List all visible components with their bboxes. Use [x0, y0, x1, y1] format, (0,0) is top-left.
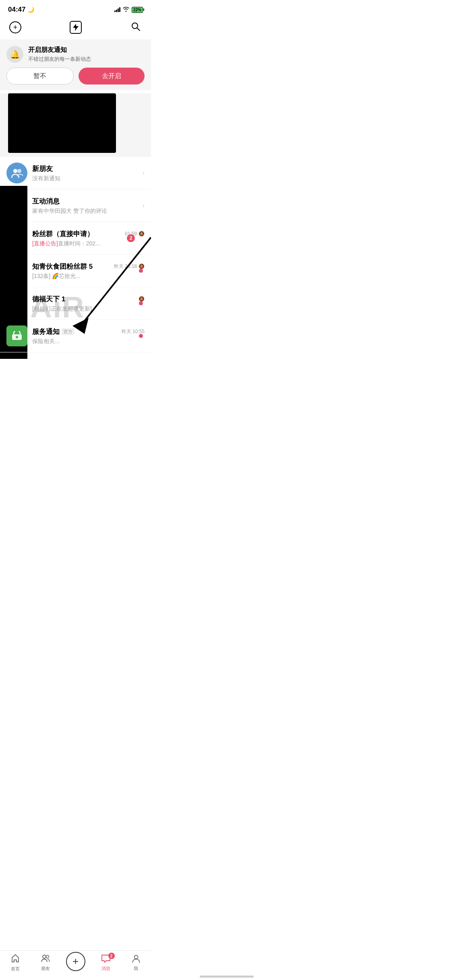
svg-point-3	[17, 169, 21, 173]
notification-cancel-button[interactable]: 暂不	[6, 68, 74, 84]
message-title-interactions: 互动消息	[32, 197, 60, 206]
notification-banner: 🔔 开启朋友通知 不错过朋友的每一条新动态 暂不 去开启	[0, 39, 151, 90]
chevron-icon-interactions: ›	[143, 202, 145, 209]
message-body-defutianxia: [粉丝们正在发起求更新]	[32, 305, 145, 313]
message-content-new-friends: 新朋友 没有新通知	[32, 164, 145, 182]
search-button[interactable]	[128, 20, 143, 35]
message-time-defutianxia: 🔕	[139, 296, 145, 302]
battery-icon: 22%	[132, 7, 143, 13]
message-content-interactions: 互动消息 家有中华田园犬 赞了你的评论	[32, 197, 145, 215]
mute-icon-fans-apply: 🔕	[139, 231, 145, 237]
dot-fans-5	[139, 269, 143, 273]
message-item-service[interactable]: 服务通知 官方 昨天 10:55 保险相关...	[0, 320, 151, 352]
moon-icon: 🌙	[27, 6, 34, 13]
status-time: 04:47	[8, 6, 25, 14]
video-thumbnail[interactable]	[8, 93, 116, 153]
message-title-new-friends: 新朋友	[32, 164, 53, 173]
avatar-service	[6, 325, 27, 346]
official-badge: 官方	[62, 328, 74, 335]
message-title-defutianxia: 德福天下 1	[32, 294, 65, 304]
badge-fans-apply: 2	[127, 234, 135, 242]
message-body-service: 保险相关...	[32, 338, 145, 345]
notification-title: 开启朋友通知	[28, 46, 91, 54]
wifi-icon	[123, 6, 129, 13]
message-title-fans-apply: 粉丝群（直接申请）	[32, 229, 94, 239]
message-body-new-friends: 没有新通知	[32, 175, 145, 182]
mute-icon-defutianxia: 🔕	[139, 296, 145, 302]
notification-subtitle: 不错过朋友的每一条新动态	[28, 56, 91, 63]
message-item-new-friends[interactable]: 新朋友 没有新通知 ›	[0, 157, 151, 189]
notification-confirm-button[interactable]: 去开启	[79, 68, 145, 84]
message-title-fans-5: 知青伙食团粉丝群 5	[32, 262, 93, 271]
message-title-service: 服务通知	[32, 327, 60, 336]
message-list: 新朋友 没有新通知 › 互动消息 家有中华田园犬 赞了你的评论 ›	[0, 157, 151, 352]
message-content-defutianxia: 德福天下 1 🔕 [粉丝们正在发起求更新]	[32, 294, 145, 313]
flash-button[interactable]	[68, 20, 83, 35]
mute-icon-fans-5: 🔕	[139, 264, 145, 269]
message-content-fans-5: 知青伙食团粉丝群 5 昨天 23:18 🔕 [132条] 🌈芯拾光...	[32, 262, 145, 280]
dot-defutianxia	[139, 301, 143, 305]
dot-service	[139, 334, 143, 338]
svg-line-1	[137, 28, 140, 31]
chevron-icon: ›	[143, 169, 145, 177]
avatar-new-friends	[6, 163, 27, 183]
flash-icon	[70, 21, 82, 34]
add-button[interactable]: +	[8, 20, 23, 35]
red-tag-fans-apply: [直播公告]	[32, 240, 58, 247]
toolbar: +	[0, 17, 151, 39]
svg-point-5	[16, 336, 18, 338]
status-bar: 04:47 🌙 22%	[0, 0, 151, 17]
content-section	[0, 93, 151, 157]
signal-icon	[114, 7, 120, 12]
svg-point-2	[13, 169, 17, 173]
bell-icon: 🔔	[6, 46, 23, 63]
search-icon	[131, 22, 141, 33]
message-body-interactions: 家有中华田园犬 赞了你的评论	[32, 208, 145, 215]
add-icon: +	[9, 21, 21, 33]
message-content-service: 服务通知 官方 昨天 10:55 保险相关...	[32, 327, 145, 345]
message-body-fans-5: [132条] 🌈芯拾光...	[32, 273, 145, 280]
